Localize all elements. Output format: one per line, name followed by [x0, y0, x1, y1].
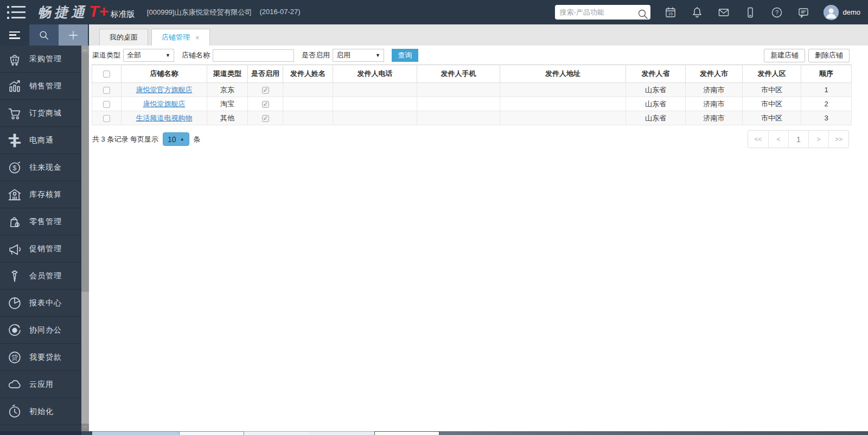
svg-text:15: 15	[668, 11, 673, 16]
store-name-link[interactable]: 康悦堂旗舰店	[143, 100, 186, 108]
tab-store-management[interactable]: 店铺管理 ×	[151, 29, 210, 46]
page-size-select[interactable]: 10 ▲	[163, 132, 189, 146]
column-header: 发件人区	[743, 65, 801, 83]
scroll-up-icon[interactable]: ︿	[81, 46, 89, 53]
cart-icon	[7, 106, 22, 121]
global-search-box[interactable]	[555, 5, 650, 20]
table-cell: 济南市	[686, 83, 743, 97]
enabled-select[interactable]: 启用 ▼	[333, 49, 384, 62]
main-content: 渠道类型 全部 ▼ 店铺名称 是否启用 启用 ▼ 查询 新建店铺 删除店铺 店铺…	[89, 46, 868, 431]
channel-type-select[interactable]: 全部 ▼	[123, 49, 174, 62]
nav-tool-buttons	[0, 24, 89, 46]
tie-icon	[7, 268, 22, 284]
help-icon[interactable]: ?	[770, 6, 783, 19]
select-all-checkbox[interactable]	[103, 71, 110, 78]
column-header: 渠道类型	[207, 65, 248, 83]
sidebar-item-retail[interactable]: $ 零售管理	[0, 208, 81, 235]
username: demo	[843, 8, 860, 16]
table-cell: 3	[801, 111, 852, 125]
global-search-input[interactable]	[559, 8, 636, 16]
store-name-link[interactable]: 生活频道电视购物	[136, 114, 193, 122]
svg-text:$: $	[13, 164, 17, 172]
column-header: 发件人姓名	[283, 65, 333, 83]
user-avatar[interactable]	[824, 5, 839, 20]
store-name-link[interactable]: 康悦堂官方旗舰店	[136, 86, 193, 94]
sidebar-item-collaboration[interactable]: 协同办公	[0, 317, 81, 344]
bell-icon[interactable]	[691, 6, 704, 19]
chevron-up-icon: ▲	[180, 137, 184, 142]
new-store-button[interactable]: 新建店铺	[764, 49, 805, 62]
sidebar-item-init[interactable]: 初始化	[0, 398, 81, 425]
sidebar-item-ecommerce[interactable]: 电商通	[0, 127, 81, 154]
pager-last-button[interactable]: >>	[828, 131, 848, 148]
sidebar-item-inventory[interactable]: 库存核算	[0, 181, 81, 208]
sidebar-scrollbar[interactable]: ︿ ﹀	[81, 46, 89, 431]
basket-icon	[7, 52, 22, 67]
enabled-checkbox[interactable]	[262, 101, 269, 108]
search-icon[interactable]	[636, 8, 646, 17]
pager-prev-button[interactable]: <	[768, 131, 788, 148]
column-header: 是否启用	[248, 65, 283, 83]
scroll-down-icon[interactable]: ﹀	[81, 424, 89, 431]
table-cell: 2	[801, 97, 852, 111]
calendar-icon[interactable]: 15	[664, 6, 677, 19]
store-name-input[interactable]	[213, 49, 294, 62]
sidebar-item-sales[interactable]: 销售管理	[0, 73, 81, 100]
mobile-icon[interactable]	[744, 6, 757, 19]
table-cell	[283, 83, 333, 97]
row-checkbox[interactable]	[103, 101, 110, 108]
sidebar-item-report[interactable]: 报表中心	[0, 290, 81, 317]
megaphone-icon	[7, 241, 22, 257]
channel-type-label: 渠道类型	[92, 50, 120, 60]
store-name-cell: 康悦堂官方旗舰店	[122, 83, 207, 97]
table-cell	[417, 97, 500, 111]
sidebar-item-loan[interactable]: 贷 我要贷款	[0, 344, 81, 371]
loan-circle-icon: 贷	[7, 350, 22, 365]
delete-store-button[interactable]: 删除店铺	[808, 49, 850, 62]
pager-page-1-button[interactable]: 1	[788, 131, 808, 148]
enabled-checkbox[interactable]	[262, 115, 269, 122]
table-cell: 1	[801, 83, 852, 97]
taskbar-strip	[0, 431, 868, 435]
nav-search-button[interactable]	[29, 24, 59, 46]
bag-icon: $	[7, 214, 22, 229]
pie-chart-icon	[7, 296, 22, 311]
nav-menu-button[interactable]	[0, 24, 29, 46]
sidebar-item-promotion[interactable]: 促销管理	[0, 235, 81, 263]
query-button[interactable]: 查询	[392, 49, 418, 62]
column-header: 顺序	[801, 65, 852, 83]
ecommerce-logo-icon	[7, 133, 22, 148]
chat-icon[interactable]	[797, 6, 810, 19]
filter-bar: 渠道类型 全部 ▼ 店铺名称 是否启用 启用 ▼ 查询 新建店铺 删除店铺	[89, 47, 868, 64]
pagination-bar: 共 3 条记录 每页显示 10 ▲ 条 <<<1>>>	[89, 130, 868, 148]
table-cell	[283, 111, 333, 125]
scrollbar-thumb[interactable]	[81, 53, 89, 292]
table-cell: 山东省	[626, 97, 686, 111]
svg-text:$: $	[16, 222, 18, 226]
table-cell: 市中区	[743, 83, 801, 97]
pager-next-button[interactable]: >	[808, 131, 828, 148]
enabled-checkbox[interactable]	[262, 87, 269, 94]
row-checkbox[interactable]	[103, 87, 110, 94]
plus-icon	[67, 29, 79, 41]
enabled-label: 是否启用	[302, 50, 330, 60]
sidebar-item-ordering-mall[interactable]: 订货商城	[0, 100, 81, 127]
sidebar-item-member[interactable]: 会员管理	[0, 263, 81, 290]
column-header: 店铺名称	[122, 65, 207, 83]
pager-first-button[interactable]: <<	[748, 131, 768, 148]
record-summary-unit: 条	[194, 135, 201, 144]
close-tab-icon[interactable]: ×	[195, 34, 200, 42]
column-header: 发件人省	[626, 65, 686, 83]
logo-tplus: T+	[89, 3, 108, 20]
sidebar-item-cash[interactable]: $ 往来现金	[0, 154, 81, 181]
main-menu-icon[interactable]	[7, 6, 25, 19]
pager-buttons: <<<1>>>	[748, 130, 849, 148]
mail-icon[interactable]	[717, 6, 730, 19]
tab-my-desktop[interactable]: 我的桌面	[99, 29, 148, 46]
row-checkbox[interactable]	[103, 115, 110, 122]
sidebar-item-cloud-app[interactable]: 云应用	[0, 371, 81, 398]
sidebar-item-purchase[interactable]: 采购管理	[0, 46, 81, 73]
row-select-cell	[92, 111, 122, 125]
nav-add-button[interactable]	[59, 24, 88, 46]
store-name-cell: 生活频道电视购物	[122, 111, 207, 125]
